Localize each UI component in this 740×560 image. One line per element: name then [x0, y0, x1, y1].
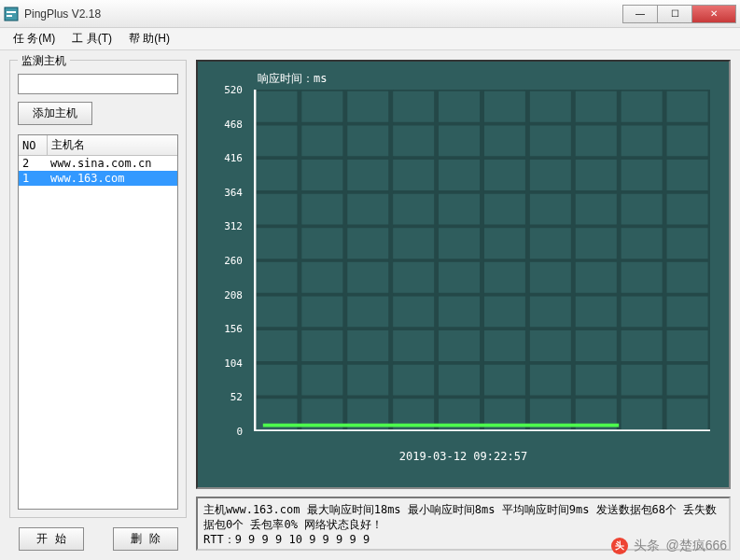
client-area: 监测主机 添加主机 NO 主机名 2www.sina.com.cn1www.16…: [0, 50, 740, 560]
left-column: 监测主机 添加主机 NO 主机名 2www.sina.com.cn1www.16…: [9, 60, 187, 551]
watermark-prefix: 头条: [634, 538, 660, 554]
delete-button[interactable]: 删除: [113, 527, 178, 551]
chart-plot-area: [254, 90, 710, 431]
watermark: 头 头条 @楚疯666: [611, 538, 727, 554]
group-legend: 监测主机: [18, 53, 70, 69]
menu-help[interactable]: 帮 助(H): [121, 29, 177, 49]
svg-rect-0: [5, 7, 18, 21]
chart-timestamp: 2019-03-12 09:22:57: [198, 450, 729, 463]
monitor-host-group: 监测主机 添加主机 NO 主机名 2www.sina.com.cn1www.16…: [9, 60, 187, 518]
watermark-logo-icon: 头: [611, 538, 628, 554]
svg-rect-2: [7, 15, 12, 17]
menu-tool[interactable]: 工 具(T): [64, 29, 119, 49]
start-button[interactable]: 开始: [19, 527, 84, 551]
svg-rect-1: [7, 11, 16, 13]
maximize-button[interactable]: ☐: [657, 5, 692, 23]
window-buttons: — ☐ ✕: [623, 5, 736, 23]
right-column: 响应时间：ms 052104156208260312364416468520 2…: [196, 60, 731, 551]
y-axis-labels: 052104156208260312364416468520: [198, 90, 248, 431]
host-list[interactable]: NO 主机名 2www.sina.com.cn1www.163.com: [18, 134, 178, 510]
window-title: PingPlus V2.18: [24, 7, 623, 21]
status-line1: 主机www.163.com 最大响应时间18ms 最小响应时间8ms 平均响应时…: [203, 502, 723, 532]
host-input[interactable]: [18, 74, 178, 94]
chart-title: 响应时间：ms: [258, 71, 327, 87]
app-icon: [4, 7, 19, 21]
menu-bar: 任 务(M) 工 具(T) 帮 助(H): [0, 28, 740, 50]
menu-task[interactable]: 任 务(M): [6, 29, 63, 49]
chart-box: 响应时间：ms 052104156208260312364416468520 2…: [196, 60, 731, 489]
add-host-button[interactable]: 添加主机: [18, 102, 92, 125]
col-no[interactable]: NO: [19, 135, 47, 156]
watermark-user: @楚疯666: [665, 538, 727, 554]
minimize-button[interactable]: —: [622, 5, 658, 23]
col-host[interactable]: 主机名: [47, 135, 177, 156]
title-bar: PingPlus V2.18 — ☐ ✕: [0, 0, 740, 28]
close-button[interactable]: ✕: [691, 5, 736, 23]
table-row[interactable]: 1www.163.com: [19, 171, 177, 186]
table-row[interactable]: 2www.sina.com.cn: [19, 156, 177, 172]
bottom-buttons: 开始 删除: [9, 527, 187, 551]
